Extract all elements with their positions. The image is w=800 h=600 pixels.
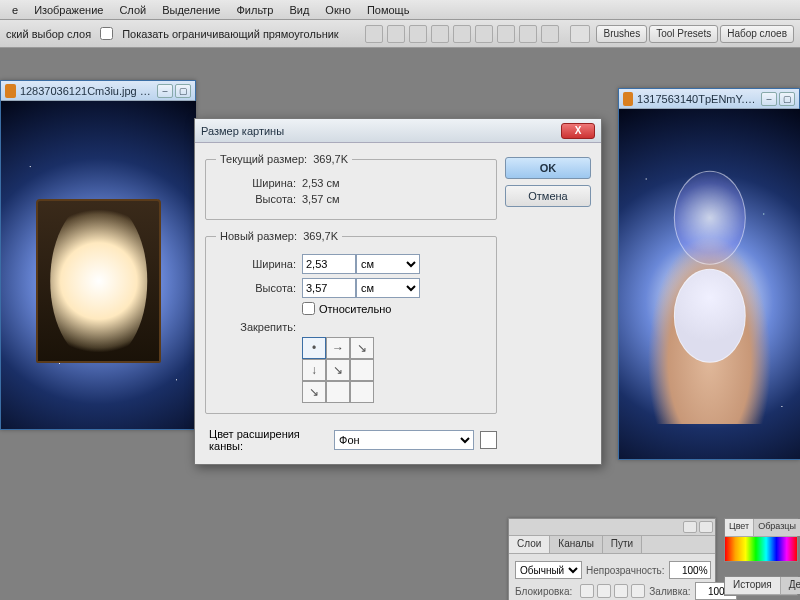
- lock-move-icon[interactable]: [614, 584, 628, 598]
- align-icon[interactable]: [431, 25, 449, 43]
- relative-checkbox[interactable]: [302, 302, 315, 315]
- dialog-titlebar[interactable]: Размер картины X: [195, 119, 601, 143]
- align-icon[interactable]: [387, 25, 405, 43]
- align-icon[interactable]: [365, 25, 383, 43]
- height-label: Высота:: [216, 193, 296, 205]
- tab-layers[interactable]: Слои: [509, 536, 550, 553]
- menu-bar: е Изображение Слой Выделение Фильтр Вид …: [0, 0, 800, 20]
- width-input[interactable]: [302, 254, 356, 274]
- align-icon[interactable]: [453, 25, 471, 43]
- width-label: Ширина:: [216, 258, 296, 270]
- width-unit-select[interactable]: см: [356, 254, 420, 274]
- lock-transparency-icon[interactable]: [580, 584, 594, 598]
- anchor-cell[interactable]: ↘: [326, 359, 350, 381]
- minimize-icon[interactable]: –: [761, 92, 777, 106]
- minimize-icon[interactable]: –: [157, 84, 173, 98]
- document-titlebar[interactable]: 1317563140TpENmY.jpg @ 100... – ▢: [619, 89, 799, 109]
- maximize-icon[interactable]: ▢: [779, 92, 795, 106]
- anchor-cell[interactable]: ↘: [302, 381, 326, 403]
- document-canvas[interactable]: [619, 109, 800, 459]
- menu-view[interactable]: Вид: [281, 2, 317, 18]
- anchor-cell[interactable]: →: [326, 337, 350, 359]
- current-size-legend: Текущий размер:: [220, 153, 307, 165]
- menu-fragment: е: [4, 2, 26, 18]
- ext-color-swatch[interactable]: [480, 431, 497, 449]
- menu-help[interactable]: Помощь: [359, 2, 418, 18]
- ext-color-select[interactable]: Фон: [334, 430, 474, 450]
- document-canvas[interactable]: [1, 101, 196, 429]
- panel-close-icon[interactable]: [699, 521, 713, 533]
- close-button[interactable]: X: [561, 123, 595, 139]
- color-panel: Цвет Образцы: [724, 518, 798, 562]
- tab-history[interactable]: История: [725, 577, 781, 594]
- height-input[interactable]: [302, 278, 356, 298]
- opacity-input[interactable]: [669, 561, 711, 579]
- lock-paint-icon[interactable]: [597, 584, 611, 598]
- relative-label: Относительно: [319, 303, 391, 315]
- maximize-icon[interactable]: ▢: [175, 84, 191, 98]
- anchor-cell[interactable]: [326, 381, 350, 403]
- current-size-group: Текущий размер: 369,7K Ширина: 2,53 см В…: [205, 153, 497, 220]
- document-titlebar[interactable]: 12837036121Cm3iu.jpg @ 100%... – ▢: [1, 81, 195, 101]
- anchor-cell[interactable]: [350, 381, 374, 403]
- align-icon[interactable]: [519, 25, 537, 43]
- ok-button[interactable]: OK: [505, 157, 591, 179]
- height-label: Высота:: [216, 282, 296, 294]
- opacity-label: Непрозрачность:: [586, 565, 665, 576]
- new-size-group: Новый размер: 369,7K Ширина: см Высота: …: [205, 230, 497, 414]
- menu-window[interactable]: Окно: [317, 2, 359, 18]
- lock-label: Блокировка:: [515, 586, 572, 597]
- tab-tool-presets[interactable]: Tool Presets: [649, 25, 718, 43]
- align-icon[interactable]: [541, 25, 559, 43]
- new-size-value: 369,7K: [303, 230, 338, 242]
- document-title: 1317563140TpENmY.jpg @ 100...: [637, 93, 757, 105]
- width-label: Ширина:: [216, 177, 296, 189]
- lock-all-icon[interactable]: [631, 584, 645, 598]
- anchor-cell[interactable]: ↘: [350, 337, 374, 359]
- show-bounds-checkbox[interactable]: [100, 27, 113, 40]
- anchor-cell[interactable]: [350, 359, 374, 381]
- document-window-right: 1317563140TpENmY.jpg @ 100... – ▢: [618, 88, 800, 460]
- tab-paths[interactable]: Пути: [603, 536, 642, 553]
- image-content: [50, 199, 148, 363]
- align-icon[interactable]: [409, 25, 427, 43]
- history-panel: История Дейст: [724, 576, 798, 596]
- canvas-size-dialog: Размер картины X Текущий размер: 369,7K …: [194, 118, 602, 465]
- panel-minimize-icon[interactable]: [683, 521, 697, 533]
- width-value: 2,53 см: [302, 177, 340, 189]
- align-icon[interactable]: [475, 25, 493, 43]
- new-size-legend: Новый размер:: [220, 230, 297, 242]
- dialog-title: Размер картины: [201, 125, 284, 137]
- menu-layer[interactable]: Слой: [111, 2, 154, 18]
- anchor-grid: • → ↘ ↓ ↘ ↘: [302, 337, 486, 403]
- options-bar: ский выбор слоя Показать ограничивающий …: [0, 20, 800, 48]
- document-icon: [5, 84, 16, 98]
- tab-channels[interactable]: Каналы: [550, 536, 603, 553]
- ext-color-label: Цвет расширения канвы:: [209, 428, 328, 452]
- palette-icon[interactable]: [570, 25, 590, 43]
- document-window-left: 12837036121Cm3iu.jpg @ 100%... – ▢: [0, 80, 196, 430]
- layers-panel: Слои Каналы Пути Обычный Непрозрачность:…: [508, 518, 716, 600]
- height-value: 3,57 см: [302, 193, 340, 205]
- cancel-button[interactable]: Отмена: [505, 185, 591, 207]
- menu-image[interactable]: Изображение: [26, 2, 111, 18]
- tab-brushes[interactable]: Brushes: [596, 25, 647, 43]
- show-bounds-label: Показать ограничивающий прямоугольник: [122, 28, 339, 40]
- menu-select[interactable]: Выделение: [154, 2, 228, 18]
- align-icon[interactable]: [497, 25, 515, 43]
- anchor-cell[interactable]: •: [302, 337, 326, 359]
- anchor-cell[interactable]: ↓: [302, 359, 326, 381]
- tab-swatches[interactable]: Образцы: [754, 519, 800, 536]
- spectrum-bar[interactable]: [725, 537, 797, 561]
- align-icons: [365, 25, 559, 43]
- document-title: 12837036121Cm3iu.jpg @ 100%...: [20, 85, 153, 97]
- tab-actions[interactable]: Дейст: [781, 577, 800, 594]
- image-content: [673, 170, 745, 363]
- tab-layer-comps[interactable]: Набор слоев: [720, 25, 794, 43]
- menu-filter[interactable]: Фильтр: [228, 2, 281, 18]
- tab-color[interactable]: Цвет: [725, 519, 754, 536]
- height-unit-select[interactable]: см: [356, 278, 420, 298]
- blend-mode-select[interactable]: Обычный: [515, 561, 582, 579]
- palette-tabs: Brushes Tool Presets Набор слоев: [570, 25, 794, 43]
- document-icon: [623, 92, 633, 106]
